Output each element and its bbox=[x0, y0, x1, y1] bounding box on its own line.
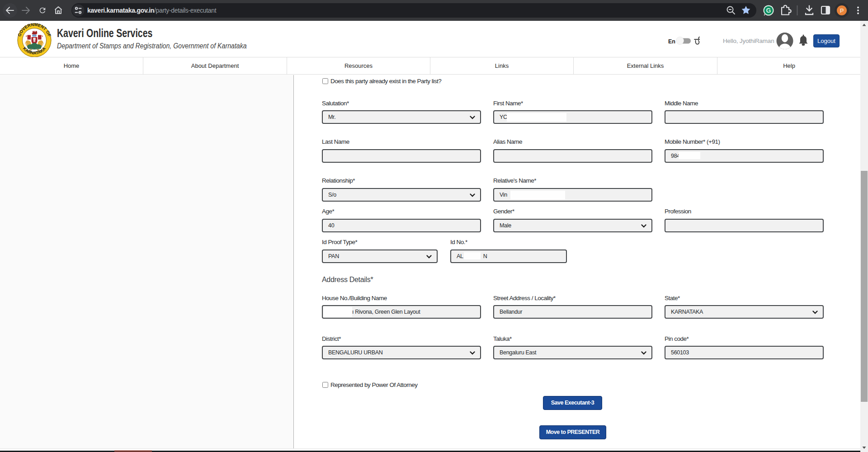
svg-text:G: G bbox=[766, 7, 771, 14]
svg-text:P: P bbox=[840, 7, 844, 14]
